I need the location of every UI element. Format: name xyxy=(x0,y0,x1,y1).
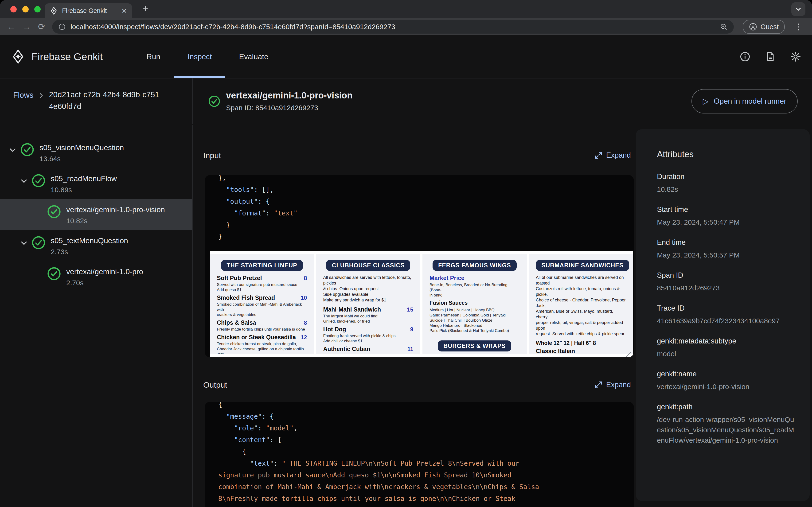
success-check-icon xyxy=(208,95,220,107)
trace-tree-row[interactable]: s05_readMenuFlow10.89s xyxy=(0,168,192,199)
minimize-window-button[interactable] xyxy=(22,6,28,12)
trace-span-duration: 13.64s xyxy=(40,155,124,163)
trace-tree-row-text: vertexai/gemini-1.0-pro2.70s xyxy=(66,266,143,287)
person-icon xyxy=(749,22,757,31)
output-expand-label: Expand xyxy=(606,381,631,389)
menu-column: SUBMARINE SANDWICHESAll of our submarine… xyxy=(529,254,633,354)
trace-tree-row[interactable]: vertexai/gemini-1.0-pro2.70s xyxy=(0,261,192,292)
trace-span-label: vertexai/gemini-1.0-pro-vision xyxy=(66,204,165,215)
tab-overview-button[interactable] xyxy=(791,2,805,16)
attribute-label: Span ID xyxy=(657,271,796,280)
menu-item-name-row: Authentic Cuban11 xyxy=(323,346,413,352)
attribute-field: Trace ID41c61639a9b7cd74f2323434100a8e97 xyxy=(657,304,796,326)
menu-item-desc: Smoked combination of Mahi-Mahi & Amberj… xyxy=(217,302,307,318)
breadcrumb-flows-link[interactable]: Flows xyxy=(13,91,34,124)
trace-tree-row-text: s05_readMenuFlow10.89s xyxy=(51,173,117,194)
nav-tab-inspect[interactable]: Inspect xyxy=(174,35,225,78)
menu-item-price: 9 xyxy=(410,326,413,333)
app-title: Firebase Genkit xyxy=(32,51,103,62)
success-check-icon xyxy=(47,205,61,219)
output-expand-button[interactable]: Expand xyxy=(594,381,631,389)
site-info-icon[interactable] xyxy=(58,23,66,31)
chevron-down-icon xyxy=(794,5,802,13)
profile-label: Guest xyxy=(761,23,778,31)
menu-section-header: THE STARTING LINEUP xyxy=(221,260,303,271)
nav-tab-run[interactable]: Run xyxy=(133,35,174,78)
url-text[interactable]: localhost:4000/inspect/flows/dev/20d21ac… xyxy=(70,23,715,31)
input-json: }, "tools": [], "output": { "format": "t… xyxy=(205,175,634,243)
menu-item: Hot Dog9Footlong frank served with pickl… xyxy=(323,326,413,344)
trace-span-duration: 10.82s xyxy=(66,217,165,225)
input-expand-button[interactable]: Expand xyxy=(594,151,631,160)
chevron-down-icon[interactable] xyxy=(8,146,17,155)
trace-tree-row[interactable]: s05_textMenuQuestion2.73s xyxy=(0,230,192,261)
menu-item-name: Soft Pub Pretzel xyxy=(217,275,262,281)
chevron-down-icon[interactable] xyxy=(19,238,28,248)
attribute-field: genkit:namevertexai/gemini-1.0-pro-visio… xyxy=(657,370,796,392)
browser-menu-icon[interactable]: ⋮ xyxy=(792,22,805,32)
info-icon[interactable] xyxy=(740,51,750,62)
profile-button[interactable]: Guest xyxy=(743,20,785,34)
open-in-model-runner-button[interactable]: ▷ Open in model runner xyxy=(691,89,798,113)
menu-item-desc: The largest Mahi we could find!Grilled, … xyxy=(323,314,413,324)
menu-item-price: 10 xyxy=(301,295,307,301)
trace-span-label: vertexai/gemini-1.0-pro xyxy=(66,266,143,277)
trace-span-label: s05_textMenuQuestion xyxy=(51,235,128,246)
attribute-value: 10.82s xyxy=(657,184,796,194)
attribute-field: Duration10.82s xyxy=(657,172,796,194)
trace-tree: s05_visionMenuQuestion13.64s s05_readMen… xyxy=(0,125,193,507)
back-icon[interactable]: ← xyxy=(7,22,15,31)
main-nav: RunInspectEvaluate xyxy=(133,35,282,78)
new-tab-button[interactable]: + xyxy=(142,3,149,14)
forward-icon[interactable]: → xyxy=(22,22,31,31)
trace-tree-row[interactable]: vertexai/gemini-1.0-pro-vision10.82s xyxy=(0,199,192,230)
tab-close-icon[interactable]: ✕ xyxy=(121,7,127,15)
docs-icon[interactable] xyxy=(765,51,775,62)
attribute-label: End time xyxy=(657,238,796,247)
menu-item-name-row: Mahi-Mahi Sandwich15 xyxy=(323,306,413,313)
menu-text: Bone-in, Boneless, Breaded or No-Breadin… xyxy=(429,282,520,298)
menu-item-desc: Tender chicken breast or steak, pico de … xyxy=(217,341,307,354)
menu-item-name-row: Chips & Salsa8 xyxy=(217,319,307,326)
breadcrumb: Flows 20d21acf-c72b-42b4-8d9b-c7514e60fd… xyxy=(0,78,193,124)
chevron-right-icon xyxy=(38,92,45,99)
menu-item-price: 15 xyxy=(407,306,413,313)
attribute-value: 41c61639a9b7cd74f2323434100a8e97 xyxy=(657,316,796,326)
menu-item-name-row: Classic Italian xyxy=(536,348,626,354)
menu-item-desc: Served with our signature pub mustard sa… xyxy=(217,282,307,292)
reload-icon[interactable]: ⟳ xyxy=(38,22,45,31)
menu-item: Soft Pub Pretzel8Served with our signatu… xyxy=(217,275,307,292)
zoom-page-icon[interactable] xyxy=(720,23,728,31)
menu-item: Chicken or Steak Quesadilla12Tender chic… xyxy=(217,334,307,354)
menu-item: Authentic Cuban11Made fresh daily in the… xyxy=(323,346,413,354)
attribute-label: Duration xyxy=(657,172,796,181)
trace-tree-row-text: s05_textMenuQuestion2.73s xyxy=(51,235,128,256)
trace-span-duration: 2.73s xyxy=(51,248,128,256)
menu-column: FERGS FAMOUS WINGSMarket PriceBone-in, B… xyxy=(422,254,527,354)
close-window-button[interactable] xyxy=(10,6,17,12)
menu-column: CLUBHOUSE CLASSICSAll sandwiches are ser… xyxy=(316,254,420,354)
menu-item: Smoked Fish Spread10Smoked combination o… xyxy=(217,294,307,318)
theme-toggle-icon[interactable] xyxy=(790,51,801,62)
menu-text: All of our submarine sandwiches are serv… xyxy=(536,275,626,337)
trace-span-label: s05_readMenuFlow xyxy=(51,173,117,184)
span-header: vertexai/gemini-1.0-pro-vision Span ID: … xyxy=(193,78,812,124)
menu-item-desc: Made fresh daily in the Ybor tradition! … xyxy=(323,353,413,354)
brand: Firebase Genkit xyxy=(11,35,103,78)
zoom-window-button[interactable] xyxy=(34,6,41,12)
nav-tab-evaluate[interactable]: Evaluate xyxy=(225,35,282,78)
window-controls xyxy=(10,6,41,12)
menu-item-name: Chips & Salsa xyxy=(217,319,256,326)
trace-span-label: s05_visionMenuQuestion xyxy=(40,142,124,153)
trace-tree-row-text: s05_visionMenuQuestion13.64s xyxy=(40,142,124,163)
menu-item-name-row: Hot Dog9 xyxy=(323,326,413,333)
browser-tab[interactable]: Firebase Genkit ✕ xyxy=(45,3,132,18)
attribute-value: model xyxy=(657,349,796,359)
attribute-field: Start timeMay 23, 2024, 5:50:47 PM xyxy=(657,205,796,227)
success-check-icon xyxy=(32,174,46,188)
app-header-icons xyxy=(740,35,801,78)
trace-tree-row[interactable]: s05_visionMenuQuestion13.64s xyxy=(0,137,192,168)
menu-section-header: FERGS FAMOUS WINGS xyxy=(432,260,517,271)
chevron-down-icon[interactable] xyxy=(19,176,28,186)
address-bar[interactable]: localhost:4000/inspect/flows/dev/20d21ac… xyxy=(52,20,734,34)
